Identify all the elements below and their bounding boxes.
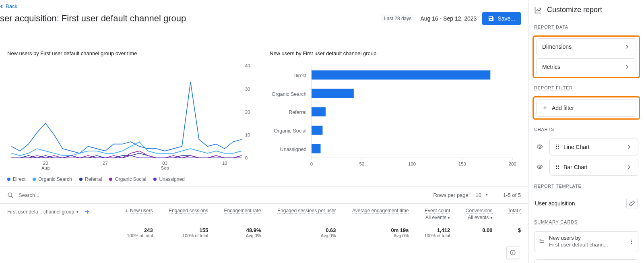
search-input[interactable] bbox=[18, 192, 429, 199]
highlight-report-filter: ＋Add filter bbox=[533, 96, 640, 120]
visibility-toggle-line[interactable] bbox=[534, 143, 545, 151]
column-header[interactable]: Engaged sessions bbox=[160, 204, 215, 223]
customize-panel: Customize report REPORT DATA Dimensions … bbox=[528, 0, 644, 263]
summary-cell: 1,412100% of total bbox=[416, 223, 458, 240]
data-table: First user defa... channel group+ New us… bbox=[0, 204, 528, 240]
svg-text:Organic Social: Organic Social bbox=[274, 128, 306, 134]
svg-text:Aug: Aug bbox=[41, 166, 50, 170]
add-filter-button[interactable]: ＋Add filter bbox=[536, 99, 636, 117]
column-header[interactable]: Total r bbox=[500, 204, 528, 223]
unlink-icon bbox=[629, 200, 635, 207]
eye-icon bbox=[537, 143, 543, 150]
svg-text:10: 10 bbox=[245, 132, 250, 137]
back-text: Back bbox=[6, 3, 17, 9]
dimension-picker[interactable]: First user defa... channel group bbox=[7, 209, 78, 215]
legend-item[interactable]: Direct bbox=[7, 176, 25, 182]
chevron-right-icon bbox=[624, 64, 630, 70]
svg-text:40: 40 bbox=[245, 63, 250, 68]
drag-handle-icon: ⠿ bbox=[555, 144, 559, 150]
line-chart-title: New users by First user default channel … bbox=[7, 50, 258, 56]
summary-cell: $ bbox=[500, 223, 528, 240]
svg-point-39 bbox=[539, 146, 541, 147]
svg-rect-31 bbox=[312, 89, 354, 98]
rows-per-page[interactable]: Rows per page: 10 bbox=[433, 191, 489, 199]
column-header[interactable]: Average engagement time bbox=[343, 204, 416, 223]
line-chart-legend: DirectOrganic SearchReferralOrganic Soci… bbox=[7, 176, 258, 182]
section-summary-cards: SUMMARY CARDS bbox=[534, 220, 578, 225]
svg-text:Unassigned: Unassigned bbox=[280, 146, 307, 152]
bar-chart-title: New users by First user default channel … bbox=[270, 50, 521, 56]
date-range-chip: Last 28 days bbox=[381, 14, 415, 23]
drag-handle-icon: ⠿ bbox=[555, 164, 559, 170]
column-header[interactable]: New users bbox=[116, 204, 160, 223]
search-icon bbox=[7, 192, 14, 199]
svg-text:03: 03 bbox=[162, 160, 167, 165]
metric-filter-dropdown[interactable]: All events bbox=[464, 215, 492, 220]
svg-text:Direct: Direct bbox=[293, 72, 307, 78]
svg-text:20: 20 bbox=[43, 160, 48, 165]
page-title: ser acquisition: First user default chan… bbox=[0, 13, 381, 24]
line-chart-card: New users by First user default channel … bbox=[7, 50, 258, 182]
legend-item[interactable]: Unassigned bbox=[153, 176, 184, 182]
save-button[interactable]: Save... bbox=[482, 12, 521, 25]
svg-text:Referral: Referral bbox=[289, 110, 306, 115]
column-header[interactable]: Engaged sessions per user bbox=[268, 204, 343, 223]
section-report-data: REPORT DATA bbox=[534, 25, 568, 30]
column-header[interactable]: ConversionsAll events bbox=[457, 204, 500, 223]
summary-card-1[interactable]: New users byFirst user default chann... … bbox=[534, 231, 638, 252]
chevron-right-icon bbox=[624, 43, 630, 50]
svg-text:0: 0 bbox=[245, 155, 248, 160]
svg-text:Sep: Sep bbox=[161, 166, 169, 170]
summary-cell: 0m 19sAvg 0% bbox=[343, 223, 416, 240]
svg-text:10: 10 bbox=[222, 160, 227, 165]
plus-icon: ＋ bbox=[542, 104, 548, 112]
svg-rect-33 bbox=[312, 107, 326, 116]
visibility-toggle-bar[interactable] bbox=[534, 164, 545, 171]
dimensions-button[interactable]: Dimensions bbox=[536, 38, 636, 55]
section-report-template: REPORT TEMPLATE bbox=[534, 184, 582, 189]
legend-item[interactable]: Referral bbox=[79, 176, 102, 182]
svg-text:200: 200 bbox=[509, 161, 516, 166]
svg-point-38 bbox=[8, 193, 12, 197]
customize-title: Customize report bbox=[534, 6, 638, 17]
svg-point-40 bbox=[539, 166, 541, 168]
back-link[interactable]: Back bbox=[0, 3, 17, 9]
report-main: Back ser acquisition: First user default… bbox=[0, 0, 528, 263]
chevron-right-icon bbox=[626, 144, 632, 150]
metrics-button[interactable]: Metrics bbox=[536, 58, 636, 75]
svg-text:20: 20 bbox=[245, 109, 250, 114]
table-header: First user defa... channel group+ New us… bbox=[0, 204, 528, 223]
column-header[interactable]: Event countAll events bbox=[416, 204, 458, 223]
card-icon bbox=[539, 238, 545, 245]
section-charts: CHARTS bbox=[534, 127, 554, 132]
legend-item[interactable]: Organic Social bbox=[109, 176, 146, 182]
svg-text:150: 150 bbox=[458, 161, 466, 166]
card-more-button[interactable]: ⋮ bbox=[629, 238, 634, 244]
template-icon-button[interactable] bbox=[626, 198, 638, 209]
floating-info-button[interactable] bbox=[506, 246, 519, 259]
summary-cell: 0.63Avg 0% bbox=[268, 223, 343, 240]
svg-text:50: 50 bbox=[359, 161, 364, 166]
svg-text:100: 100 bbox=[408, 161, 416, 166]
chevron-right-icon bbox=[626, 164, 632, 170]
bar-chart: 050100150200DirectOrganic SearchReferral… bbox=[270, 60, 521, 172]
column-header[interactable]: Engagement rate bbox=[215, 204, 268, 223]
svg-text:30: 30 bbox=[245, 86, 250, 91]
svg-text:0: 0 bbox=[310, 161, 313, 166]
arrow-down-icon bbox=[124, 208, 129, 213]
eye-icon bbox=[537, 164, 543, 170]
line-chart: 01020304020Aug2703Sep10 bbox=[7, 60, 258, 172]
add-dimension-button[interactable]: + bbox=[85, 208, 90, 216]
bar-chart-option[interactable]: ⠿Bar Chart bbox=[549, 159, 638, 176]
line-chart-option[interactable]: ⠿Line Chart bbox=[549, 139, 638, 155]
date-range-picker[interactable]: Aug 16 - Sep 12, 2023 bbox=[420, 15, 477, 22]
highlight-report-data: Dimensions Metrics bbox=[533, 35, 640, 78]
summary-card-2[interactable]: New users byFirst user default chann... … bbox=[534, 259, 638, 263]
bar-chart-card: New users by First user default channel … bbox=[270, 50, 521, 182]
save-icon bbox=[488, 15, 494, 22]
legend-item[interactable]: Organic Search bbox=[33, 176, 72, 182]
metric-filter-dropdown[interactable]: All events bbox=[423, 215, 450, 220]
info-icon bbox=[510, 249, 516, 256]
summary-cell: 243100% of total bbox=[116, 223, 160, 240]
svg-rect-37 bbox=[312, 144, 320, 153]
